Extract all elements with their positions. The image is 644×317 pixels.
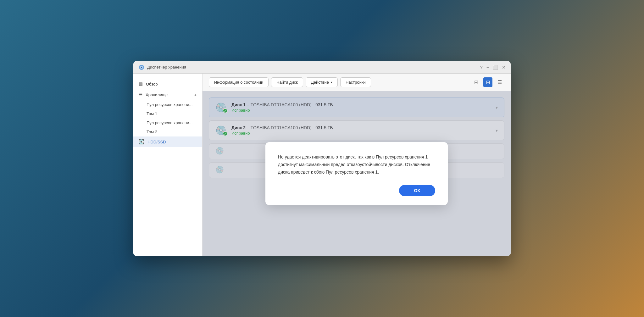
error-dialog: Не удается деактивировать этот диск, так… xyxy=(265,142,448,205)
storage-icon: ☰ xyxy=(138,92,142,97)
help-button[interactable]: ? xyxy=(480,65,483,70)
grid-view-button[interactable]: ⊞ xyxy=(483,77,492,87)
dialog-actions: ОК xyxy=(278,185,435,196)
sidebar-item-storage[interactable]: ☰ Хранилище ▲ xyxy=(133,89,202,100)
minimize-button[interactable]: − xyxy=(486,65,489,70)
list-icon: ☰ xyxy=(497,80,502,85)
sidebar-hdd-label: HDD/SSD xyxy=(147,140,166,144)
dialog-message: Не удается деактивировать этот диск, так… xyxy=(278,153,435,176)
content-area: 💿 ✓ Диск 1 – TOSHIBA DT01ACA100 (HDD) 93… xyxy=(203,91,511,256)
dialog-ok-button[interactable]: ОК xyxy=(399,185,435,196)
grid-icon: ⊞ xyxy=(486,80,490,85)
sidebar-item-hdd[interactable]: 💽 HDD/SSD xyxy=(133,136,202,147)
app-icon xyxy=(138,64,145,70)
hdd-icon: 💽 xyxy=(138,139,144,145)
sidebar-overview-label: Обзор xyxy=(146,82,158,86)
svg-point-2 xyxy=(141,67,142,68)
filter-button[interactable]: ⊟ xyxy=(472,77,481,87)
find-disk-button[interactable]: Найти диск xyxy=(271,77,303,87)
sidebar-item-tom1[interactable]: Том 1 xyxy=(133,109,202,118)
window-title: Диспетчер хранения xyxy=(147,65,186,70)
toolbar: Информация о состоянии Найти диск Действ… xyxy=(203,74,511,91)
dialog-overlay: Не удается деактивировать этот диск, так… xyxy=(203,91,511,256)
settings-button[interactable]: Настройки xyxy=(340,77,371,87)
sidebar-item-overview[interactable]: ▦ Обзор xyxy=(133,79,202,89)
main-content: Информация о состоянии Найти диск Действ… xyxy=(203,74,511,256)
titlebar: Диспетчер хранения ? − ⬜ ✕ xyxy=(133,61,511,74)
filter-icon: ⊟ xyxy=(474,80,478,85)
sidebar: ▦ Обзор ☰ Хранилище ▲ Пул ресурсов хране… xyxy=(133,74,203,256)
close-button[interactable]: ✕ xyxy=(502,65,506,70)
sidebar-item-pool1[interactable]: Пул ресурсов хранени... xyxy=(133,100,202,109)
status-info-button[interactable]: Информация о состоянии xyxy=(209,77,269,87)
chevron-up-icon: ▲ xyxy=(194,93,197,97)
list-view-button[interactable]: ☰ xyxy=(495,77,504,87)
sidebar-storage-label: Хранилище xyxy=(146,92,168,97)
sidebar-item-pool2[interactable]: Пул ресурсов хранени... xyxy=(133,118,202,127)
overview-icon: ▦ xyxy=(138,81,143,87)
action-button[interactable]: Действие ▾ xyxy=(306,77,338,87)
maximize-button[interactable]: ⬜ xyxy=(493,65,498,70)
sidebar-item-tom2[interactable]: Том 2 xyxy=(133,127,202,136)
action-dropdown-icon: ▾ xyxy=(331,81,332,84)
